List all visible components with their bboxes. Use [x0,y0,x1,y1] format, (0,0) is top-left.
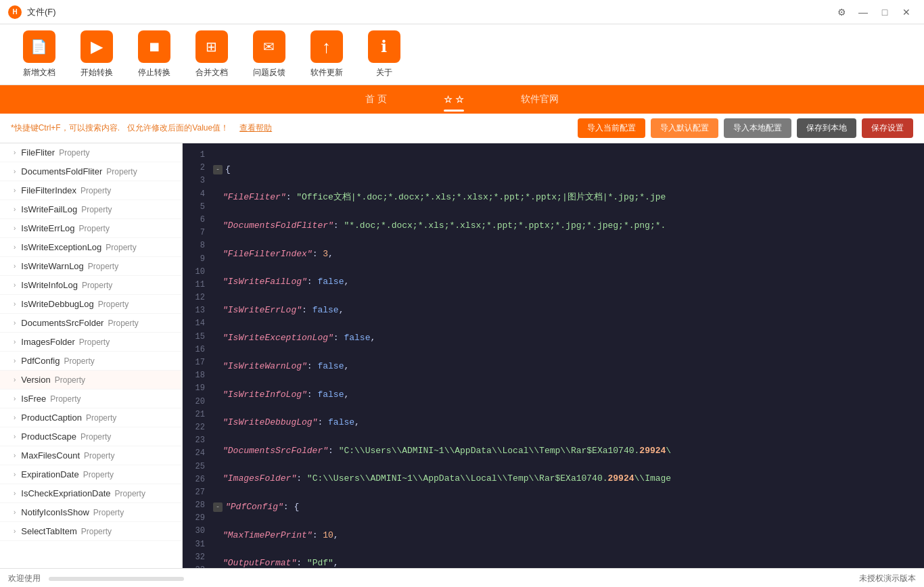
json-line-11: "DocumentsSrcFolder": "C:\\Users\\ADMINI… [213,444,919,459]
new-doc-button[interactable]: 📄 新增文档 [14,25,64,84]
nav-convert[interactable]: ☆ ☆ [436,89,472,110]
update-label: 软件更新 [310,67,343,78]
title-bar-controls: ⚙ — □ ✕ [832,3,916,22]
import-local-button[interactable]: 导入本地配置 [724,118,791,138]
status-bar: 欢迎使用 未授权演示版本 [0,568,924,587]
import-current-button[interactable]: 导入当前配置 [578,118,645,138]
stop-convert-label: 停止转换 [138,67,170,78]
prop-arrow: › [14,243,16,251]
prop-arrow: › [14,490,16,497]
prop-arrow: › [14,319,16,327]
start-convert-button[interactable]: ▶ 开始转换 [71,25,122,84]
prop-documentssrcfolder[interactable]: › DocumentsSrcFolder Property [0,314,182,333]
shortcut-hint: *快捷键Ctrl+F，可以搜索内容. 仅允许修改后面的Value值！ [11,122,229,134]
close-button[interactable]: ✕ [897,3,916,22]
prop-arrow: › [14,187,16,194]
prop-arrow: › [14,376,16,383]
prop-isfree[interactable]: › IsFree Property [0,390,182,408]
prop-iswriteinfolog[interactable]: › IsWriteInfoLog Property [0,276,182,295]
prop-iswritedebbuglog[interactable]: › IsWriteDebbugLog Property [0,295,182,314]
prop-arrow: › [14,225,16,232]
json-line-7: "IsWriteExceptionLog": false, [213,331,919,346]
maximize-button[interactable]: □ [875,3,894,22]
prop-filefliter[interactable]: › FileFliter Property [0,143,182,162]
stop-convert-icon: ⏹ [138,30,170,63]
merge-doc-button[interactable]: ⊞ 合并文档 [186,25,237,84]
line-numbers: 12345 678910 1112131415 1617181920 21222… [183,143,213,568]
prop-imagesfolder[interactable]: › ImagesFolder Property [0,333,182,352]
prop-expirationdate[interactable]: › ExpirationDate Property [0,465,182,484]
prop-version[interactable]: › Version Property [0,371,182,390]
minimize-button[interactable]: — [854,3,873,22]
feedback-button[interactable]: ✉ 问题反馈 [244,25,294,84]
json-line-14: "MaxTimePerPrint": 10, [213,529,919,543]
prop-arrow: › [14,168,16,175]
prop-iswriteerrlog[interactable]: › IsWriteErrLog Property [0,219,182,238]
feedback-label: 问题反馈 [253,67,285,78]
prop-iswriteexceptionlog[interactable]: › IsWriteExceptionLog Property [0,238,182,257]
prop-maxfilescount[interactable]: › MaxFilesCount Property [0,446,182,465]
prop-arrow: › [14,338,16,346]
json-editor-panel[interactable]: 12345 678910 1112131415 1617181920 21222… [183,143,924,568]
prop-documentsfoldfliter[interactable]: › DocumentsFoldFliter Property [0,162,182,181]
about-button[interactable]: ℹ 关于 [359,25,409,84]
merge-doc-icon: ⊞ [195,30,228,63]
merge-doc-label: 合并文档 [195,67,228,78]
help-link[interactable]: 查看帮助 [239,122,272,134]
json-line-3: "DocumentsFoldFliter": "*.doc;*.docx;*.x… [213,219,919,233]
main-content: › FileFliter Property › DocumentsFoldFli… [0,143,924,568]
fold-13[interactable]: - [213,502,223,512]
nav-bar: 首 页 ☆ ☆ 软件官网 [0,85,924,114]
json-content[interactable]: -{ "FileFliter": "Office文档|*.doc;*.docx;… [213,143,924,568]
start-convert-icon: ▶ [80,30,113,63]
json-line-15: "OutputFormat": "Pdf", [213,557,919,568]
save-local-button[interactable]: 保存到本地 [797,118,856,138]
settings-button[interactable]: ⚙ [832,3,851,22]
prop-notifyiconisshow[interactable]: › NotifyIconIsShow Property [0,503,182,522]
toolbar: 📄 新增文档 ▶ 开始转换 ⏹ 停止转换 ⊞ 合并文档 ✉ 问题反馈 ↑ 软件更… [0,24,924,85]
prop-iswritefaillog[interactable]: › IsWriteFailLog Property [0,200,182,219]
action-buttons: 导入当前配置 导入默认配置 导入本地配置 保存到本地 保存设置 [578,118,913,138]
update-icon: ↑ [310,30,343,63]
prop-arrow: › [14,452,16,459]
import-default-button[interactable]: 导入默认配置 [651,118,718,138]
prop-ischeckexpriationdate[interactable]: › IsCheckExpriationDate Property [0,484,182,503]
json-line-13: - "PdfConfig": { [213,500,919,515]
json-line-10: "IsWriteDebbugLog": false, [213,416,919,430]
prop-productscape[interactable]: › ProductScape Property [0,427,182,446]
prop-arrow: › [14,509,16,516]
prop-selecttabitem[interactable]: › SelectTabItem Property [0,522,182,541]
prop-arrow: › [14,527,16,535]
update-button[interactable]: ↑ 软件更新 [301,25,352,84]
prop-arrow: › [14,433,16,440]
prop-productcaption[interactable]: › ProductCaption Property [0,408,182,427]
status-right: 未授权演示版本 [859,573,916,584]
prop-arrow: › [14,395,16,402]
start-convert-label: 开始转换 [80,67,113,78]
new-doc-label: 新增文档 [23,67,55,78]
save-settings-button[interactable]: 保存设置 [862,118,913,138]
file-menu[interactable]: 文件(F) [27,6,56,18]
new-doc-icon: 📄 [23,30,55,63]
nav-home[interactable]: 首 页 [357,88,395,111]
prop-arrow: › [14,357,16,365]
nav-website[interactable]: 软件官网 [513,88,567,111]
about-icon: ℹ [368,30,400,63]
prop-arrow: › [14,414,16,421]
prop-pdfconfig[interactable]: › PdfConfig Property [0,352,182,371]
json-line-4: "FileFilterIndex": 3, [213,248,919,262]
left-panel: › FileFliter Property › DocumentsFoldFli… [0,143,183,568]
status-left: 欢迎使用 [8,573,41,584]
prop-arrow: › [14,281,16,289]
prop-iswritewarnlog[interactable]: › IsWriteWarnLog Property [0,257,182,276]
prop-arrow: › [14,206,16,213]
json-line-12: "ImagesFolder": "C:\\Users\\ADMINI~1\\Ap… [213,472,919,486]
feedback-icon: ✉ [253,30,285,63]
action-bar: *快捷键Ctrl+F，可以搜索内容. 仅允许修改后面的Value值！ 查看帮助 … [0,114,924,143]
prop-filefilterindex[interactable]: › FileFilterIndex Property [0,181,182,200]
json-line-2: "FileFliter": "Office文档|*.doc;*.docx;*.x… [213,191,919,205]
stop-convert-button[interactable]: ⏹ 停止转换 [129,25,179,84]
json-line-1: -{ [213,163,919,177]
json-editor: 12345 678910 1112131415 1617181920 21222… [183,143,924,568]
fold-1[interactable]: - [213,165,223,174]
